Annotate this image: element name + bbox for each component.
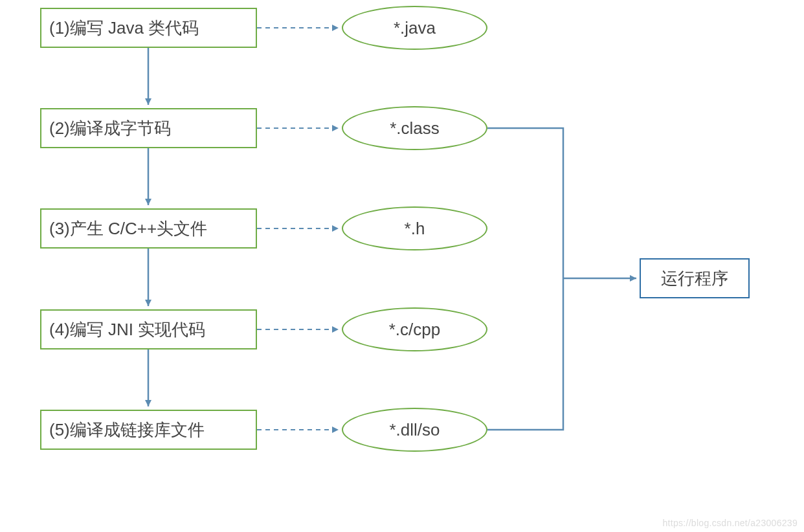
watermark-text: https://blog.csdn.net/a23006239 bbox=[662, 518, 798, 528]
run-box: 运行程序 bbox=[640, 258, 750, 298]
step-box-4: (4)编写 JNI 实现代码 bbox=[40, 309, 257, 349]
step-box-1: (1)编写 Java 类代码 bbox=[40, 8, 257, 48]
step-label-2: (2)编译成字节码 bbox=[49, 117, 171, 140]
step-label-5: (5)编译成链接库文件 bbox=[49, 419, 205, 441]
file-ellipse-1: *.java bbox=[342, 6, 487, 50]
file-label-1: *.java bbox=[394, 18, 436, 38]
file-ellipse-2: *.class bbox=[342, 106, 487, 150]
file-ellipse-4: *.c/cpp bbox=[342, 307, 487, 351]
step-label-1: (1)编写 Java 类代码 bbox=[49, 17, 199, 39]
run-label: 运行程序 bbox=[661, 267, 728, 290]
step-label-3: (3)产生 C/C++头文件 bbox=[49, 217, 207, 240]
arrow-class-to-run bbox=[487, 128, 563, 278]
arrow-dll-to-run bbox=[487, 278, 563, 430]
step-box-2: (2)编译成字节码 bbox=[40, 108, 257, 148]
file-label-2: *.class bbox=[390, 118, 440, 139]
file-label-4: *.c/cpp bbox=[389, 320, 441, 340]
file-ellipse-3: *.h bbox=[342, 206, 487, 250]
diagram-canvas: (1)编写 Java 类代码 (2)编译成字节码 (3)产生 C/C++头文件 … bbox=[0, 0, 804, 532]
step-box-3: (3)产生 C/C++头文件 bbox=[40, 208, 257, 249]
file-label-3: *.h bbox=[405, 219, 425, 239]
file-label-5: *.dll/so bbox=[389, 420, 440, 440]
step-box-5: (5)编译成链接库文件 bbox=[40, 410, 257, 450]
step-label-4: (4)编写 JNI 实现代码 bbox=[49, 318, 205, 341]
file-ellipse-5: *.dll/so bbox=[342, 408, 487, 452]
